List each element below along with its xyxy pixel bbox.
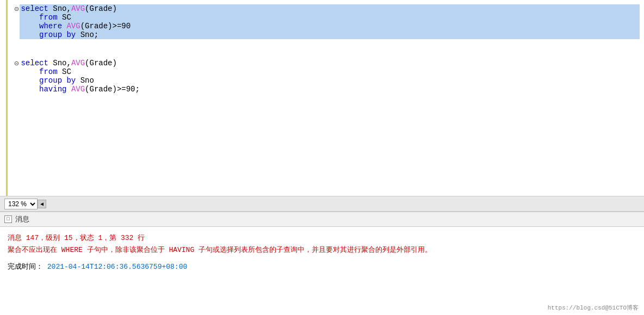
keyword-where: where [39, 22, 62, 30]
complete-time: 完成时间： 2021-04-14T12:06:36.5636759+08:00 [8, 262, 636, 271]
keyword-from: from [39, 13, 58, 22]
keyword-groupby: group by [39, 30, 76, 39]
code-line-1-2: from SC [20, 13, 640, 22]
left-gutter [0, 0, 8, 196]
keyword-select-2: select [21, 59, 48, 67]
spacer-1 [14, 50, 640, 59]
query-block-1: ⊝ select Sno,AVG(Grade) from SC where AV… [14, 4, 640, 39]
complete-label: 完成时间： [8, 263, 43, 271]
editor-area: ⊝ select Sno,AVG(Grade) from SC where AV… [0, 0, 644, 196]
code-line-2-1: select Sno,AVG(Grade) [20, 59, 640, 67]
error-line-2: 聚合不应出现在 WHERE 子句中，除非该聚合位于 HAVING 子句或选择列表… [8, 244, 636, 256]
scroll-left-arrow[interactable]: ◀ [38, 200, 46, 208]
func-avg-2: AVG [66, 22, 80, 30]
code-line-2-3: group by Sno [20, 76, 640, 85]
messages-label: 消息 [15, 214, 29, 224]
zoom-select[interactable]: 132 % 100 % 150 % [4, 199, 38, 209]
error-line-1: 消息 147，级别 15，状态 1，第 332 行 [8, 232, 636, 244]
code-container[interactable]: ⊝ select Sno,AVG(Grade) from SC where AV… [8, 0, 644, 196]
query-block-2: ⊝ select Sno,AVG(Grade) from SC group by… [14, 59, 640, 94]
code-line-1-4: group by Sno; [20, 30, 640, 39]
status-bar: 132 % 100 % 150 % ◀ [0, 196, 644, 212]
collapse-icon-2[interactable]: ⊝ [14, 59, 18, 68]
messages-panel: □ 消息 消息 147，级别 15，状态 1，第 332 行 聚合不应出现在 W… [0, 212, 644, 315]
messages-content: 消息 147，级别 15，状态 1，第 332 行 聚合不应出现在 WHERE … [0, 227, 644, 315]
messages-icon: □ [4, 215, 12, 223]
keyword-from-2: from [39, 67, 58, 76]
code-line-2-4: having AVG(Grade)>=90; [20, 85, 640, 94]
func-avg: AVG [71, 4, 85, 13]
messages-header: □ 消息 [0, 212, 644, 227]
keyword-select: select [21, 4, 48, 13]
keyword-having: having [39, 85, 66, 94]
watermark: https://blog.csd@51CTO博客 [548, 304, 639, 312]
code-line-2-2: from SC [20, 67, 640, 76]
complete-value: 2021-04-14T12:06:36.5636759+08:00 [47, 263, 187, 271]
func-avg-3: AVG [71, 59, 85, 67]
collapse-icon-1[interactable]: ⊝ [14, 4, 18, 14]
func-avg-4: AVG [71, 85, 85, 94]
keyword-groupby-2: group by [39, 76, 76, 85]
code-line-1-3: where AVG(Grade)>=90 [20, 22, 640, 30]
code-line-1-1: select Sno,AVG(Grade) [20, 4, 640, 13]
